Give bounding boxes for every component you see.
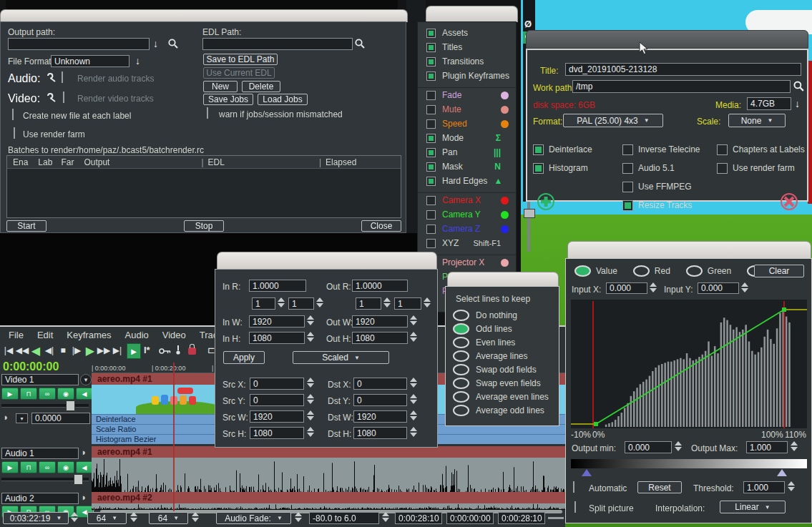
transport-button[interactable]: |▶ [70, 343, 83, 358]
warn-checkbox[interactable] [207, 107, 208, 119]
dvd-option[interactable]: Chapters at Labels [717, 144, 805, 155]
line-option[interactable]: Average lines [446, 349, 559, 363]
dvd-option[interactable]: Audio 5.1 [622, 162, 700, 174]
render-video-checkbox[interactable] [63, 92, 64, 103]
work-path-input[interactable]: /tmp [572, 80, 791, 93]
src-w-spinner[interactable] [307, 410, 315, 420]
selection-end-timecode[interactable]: 0:00:00:00 [446, 512, 494, 524]
audio2-track-title[interactable]: Audio 2 [1, 493, 79, 504]
checkbox[interactable] [622, 163, 633, 174]
overlay-checkbox[interactable] [426, 29, 436, 38]
track-toggle-button[interactable]: ◉ [57, 461, 74, 473]
edl-magnifier-icon[interactable] [354, 38, 366, 51]
ok-plus-icon[interactable] [536, 192, 556, 214]
overlay-item[interactable]: Camera Y [418, 207, 516, 222]
media-size-input[interactable]: 4.7GB [747, 97, 791, 110]
in-frac-a-spinner[interactable] [278, 297, 286, 307]
channel-radio[interactable] [574, 265, 591, 277]
line-option[interactable]: Do nothing [446, 308, 559, 322]
overlay-checkbox[interactable] [426, 105, 436, 114]
track-toggle-button[interactable]: ⊓ [20, 388, 37, 400]
input-y-input[interactable]: 0.000 [698, 282, 739, 294]
col-output[interactable]: Output [84, 157, 109, 167]
output-min-triangle-handle[interactable] [582, 469, 592, 476]
dvd-option[interactable]: Deinterlace [533, 144, 592, 155]
overlay-item[interactable]: Mask N [418, 159, 516, 174]
src-w-input[interactable]: 1920 [250, 410, 304, 423]
scale-mode-select[interactable]: Scaled [293, 351, 389, 364]
col-ena[interactable]: Ena [13, 157, 28, 167]
channel-option[interactable]: Green [686, 265, 731, 277]
src-h-input[interactable]: 1080 [250, 427, 304, 439]
duration-spinner[interactable] [71, 512, 79, 522]
track-toggle-button[interactable]: ∞ [39, 388, 56, 400]
transport-button[interactable]: ◀◀ [16, 343, 29, 358]
batch-list[interactable]: Ena Lab Far Output | EDL | Elapsed [6, 155, 401, 218]
in-r-input[interactable]: 1.0000 [249, 280, 306, 292]
src-y-spinner[interactable] [307, 394, 315, 404]
audio1-fade-handle[interactable] [74, 474, 83, 485]
dst-x-spinner[interactable] [410, 378, 419, 388]
overlay-checkbox[interactable] [426, 162, 436, 172]
file-format-input[interactable]: Unknown [51, 55, 129, 67]
line-option-radio[interactable] [453, 323, 469, 335]
threshold-input[interactable]: 1.000 [743, 481, 785, 493]
dvd-option[interactable]: Use render farm [717, 162, 805, 174]
menu-item[interactable]: Keyframes [67, 330, 111, 340]
overlay-item[interactable]: Titles [418, 40, 516, 54]
automation-range-spinner[interactable] [382, 512, 391, 522]
overlay-item[interactable]: Camera X [418, 192, 516, 207]
slider-handle[interactable] [524, 209, 535, 218]
keyframe-span-icon[interactable] [175, 344, 181, 358]
src-x-input[interactable]: 0 [250, 378, 304, 390]
reset-button[interactable]: Reset [637, 481, 682, 493]
line-option[interactable]: Average even lines [446, 390, 559, 403]
line-option-radio[interactable] [453, 364, 469, 375]
transport-button[interactable]: ◀ [29, 343, 42, 358]
line-option[interactable]: Average odd lines [446, 403, 559, 417]
line-option[interactable]: Swap odd fields [446, 363, 559, 376]
overlay-item[interactable]: Camera Z [418, 222, 516, 236]
menu-item[interactable]: Audio [125, 330, 149, 340]
transport-button[interactable]: ▶ [84, 343, 97, 358]
save-to-edl-button[interactable]: Save to EDL Path [203, 54, 278, 65]
edl-path-input[interactable] [202, 38, 353, 50]
threshold-spinner[interactable] [788, 481, 796, 491]
track-toggle-button[interactable]: ◀ [76, 461, 93, 473]
channel-radio[interactable] [686, 265, 703, 277]
overlay-item[interactable]: Hard Edges ▲ [418, 174, 516, 188]
automation-spinner[interactable] [295, 512, 303, 522]
line-option[interactable]: Odd lines [446, 322, 559, 335]
histogram-plot[interactable] [571, 300, 807, 428]
dvd-option[interactable]: Histogram [533, 162, 592, 174]
no-effect-icon[interactable]: Ø [524, 19, 532, 29]
in-h-spinner[interactable] [307, 332, 315, 342]
save-jobs-button[interactable]: Save Jobs [203, 94, 253, 105]
audio1-clip-titlebar[interactable]: aereo.mp4 #1 [92, 446, 565, 458]
line-option[interactable]: Swap even fields [446, 376, 559, 390]
line-option-radio[interactable] [453, 405, 469, 416]
audio-wrench-icon[interactable] [47, 72, 57, 84]
input-y-spinner[interactable] [741, 282, 750, 292]
apply-button[interactable]: Apply [223, 351, 265, 364]
menu-item[interactable]: Edit [37, 330, 53, 340]
overlay-checkbox[interactable] [426, 119, 436, 129]
dvd-dialog-titlebar[interactable] [526, 30, 808, 49]
histogram-dialog-titlebar[interactable] [567, 241, 811, 260]
overlay-item[interactable]: Mute [418, 102, 516, 117]
video-fade-value[interactable]: 0.0000 [31, 413, 90, 424]
automatic-checkbox[interactable] [573, 481, 574, 493]
playhead-line[interactable] [173, 363, 175, 511]
col-edl[interactable]: EDL [208, 157, 225, 167]
ibeam-edit-icon[interactable]: I* [144, 345, 150, 355]
channel-radio[interactable] [633, 265, 650, 277]
batch-list-header[interactable]: Ena Lab Far Output | EDL | Elapsed [7, 156, 401, 169]
format-select[interactable]: PAL (25.00) 4x3 [563, 114, 663, 127]
checkbox[interactable] [717, 163, 728, 174]
browse-magnifier-icon[interactable] [167, 38, 179, 51]
overlays-panel-titlebar[interactable] [426, 6, 518, 22]
video-fade-handle[interactable] [66, 400, 75, 411]
dst-x-input[interactable]: 0 [353, 378, 407, 390]
overlay-item[interactable]: Transitions [418, 54, 516, 69]
zoombar-slider[interactable] [548, 517, 564, 519]
